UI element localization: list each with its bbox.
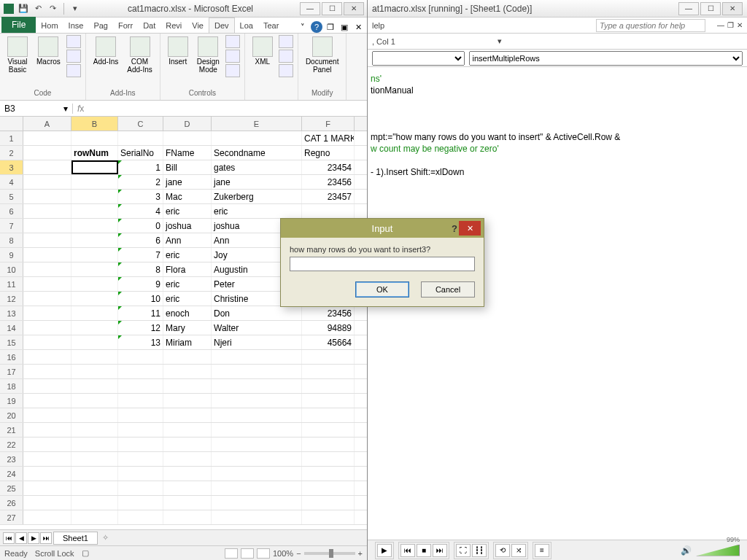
cell[interactable] (23, 335, 71, 349)
cell[interactable]: Njeri (212, 335, 302, 349)
tab-view[interactable]: Vie (187, 18, 209, 33)
col-header-F[interactable]: F (302, 117, 355, 131)
ok-button[interactable]: OK (355, 281, 409, 298)
cell[interactable]: 2 (118, 175, 163, 189)
cell[interactable] (163, 467, 212, 481)
cell[interactable] (71, 467, 118, 481)
visual-basic-button[interactable]: Visual Basic (4, 35, 31, 75)
cell[interactable]: 45664 (302, 335, 355, 349)
row-header[interactable]: 16 (0, 350, 23, 364)
zoom-slider[interactable] (304, 552, 355, 555)
vba-close-button[interactable]: ✕ (722, 2, 743, 15)
status-macro-icon[interactable]: ▢ (82, 548, 89, 558)
row-header[interactable]: 15 (0, 335, 23, 349)
cell[interactable] (302, 438, 355, 451)
xml-source-icon[interactable] (279, 35, 293, 48)
repeat-icon[interactable]: ⟲ (495, 544, 510, 557)
minimize-button[interactable]: — (300, 2, 320, 15)
cell[interactable] (23, 190, 71, 203)
cell[interactable] (118, 131, 163, 145)
cell[interactable] (163, 131, 212, 145)
cell[interactable]: 10 (118, 292, 163, 306)
xml-expansion-icon[interactable] (279, 50, 293, 63)
cell[interactable]: gates (212, 160, 302, 174)
cell[interactable]: joshua (163, 219, 212, 233)
cell[interactable] (23, 438, 71, 451)
cell[interactable] (71, 248, 118, 262)
stop-icon[interactable]: ■ (417, 544, 431, 557)
cell[interactable] (71, 219, 118, 233)
row-header[interactable]: 3 (0, 160, 23, 174)
cell[interactable] (23, 394, 71, 408)
cell[interactable]: Walter (212, 321, 302, 335)
cell[interactable]: Secondname (212, 146, 302, 160)
row-header[interactable]: 2 (0, 146, 23, 160)
cell[interactable] (302, 467, 355, 481)
cell[interactable]: 11 (118, 306, 163, 320)
cancel-button[interactable]: Cancel (421, 281, 475, 298)
cell[interactable] (71, 190, 118, 203)
run-dialog-icon[interactable] (225, 64, 240, 77)
cell[interactable]: 6 (118, 233, 163, 247)
tab-formulas[interactable]: Forr (113, 18, 138, 33)
design-mode-button[interactable]: Design Mode (194, 35, 222, 75)
row-header[interactable]: 19 (0, 394, 23, 408)
cell[interactable] (23, 248, 71, 262)
vba-menu-help[interactable]: lelp (372, 21, 384, 30)
cell[interactable]: jane (163, 175, 212, 189)
row-header[interactable]: 27 (0, 510, 23, 524)
window-close-icon[interactable]: ✕ (352, 21, 364, 33)
cell[interactable] (302, 510, 355, 524)
cell[interactable] (163, 510, 212, 524)
row-header[interactable]: 17 (0, 365, 23, 378)
row-header[interactable]: 20 (0, 408, 23, 422)
cell[interactable] (212, 408, 302, 422)
cell[interactable] (118, 394, 163, 408)
cell[interactable] (302, 496, 355, 510)
cell[interactable] (163, 379, 212, 393)
skip-fwd-icon[interactable]: ⏭ (433, 544, 447, 557)
dialog-titlebar[interactable]: Input ? ✕ (281, 219, 484, 238)
row-header[interactable]: 10 (0, 262, 23, 276)
cell[interactable]: Flora (163, 262, 212, 276)
cell[interactable]: 1 (118, 160, 163, 174)
cell[interactable]: 8 (118, 262, 163, 276)
dialog-input[interactable] (290, 257, 475, 271)
cell[interactable] (71, 510, 118, 524)
cell[interactable] (212, 131, 302, 145)
cell[interactable]: eric (163, 292, 212, 306)
properties-icon[interactable] (225, 35, 240, 48)
cell[interactable] (71, 262, 118, 276)
row-header[interactable]: 18 (0, 379, 23, 393)
row-header[interactable]: 24 (0, 467, 23, 481)
cell[interactable] (163, 394, 212, 408)
cell[interactable]: CAT 1 MARKS (302, 131, 355, 145)
zoom-in-icon[interactable]: + (358, 549, 363, 558)
cell[interactable]: Mac (163, 190, 212, 203)
cell[interactable] (71, 496, 118, 510)
cell[interactable] (23, 481, 71, 495)
cell[interactable] (212, 496, 302, 510)
cell[interactable] (71, 131, 118, 145)
row-header[interactable]: 8 (0, 233, 23, 247)
cell[interactable] (23, 467, 71, 481)
dialog-close-button[interactable]: ✕ (459, 221, 481, 236)
sheet-tab-sheet1[interactable]: Sheet1 (53, 532, 98, 545)
cell[interactable] (71, 160, 118, 174)
row-header[interactable]: 14 (0, 321, 23, 335)
row-header[interactable]: 26 (0, 496, 23, 510)
col-header-B[interactable]: B (71, 117, 118, 131)
vba-object-select[interactable] (372, 51, 465, 66)
cell[interactable] (71, 350, 118, 364)
cell[interactable] (71, 292, 118, 306)
cell[interactable] (302, 423, 355, 437)
cell[interactable] (71, 394, 118, 408)
cell[interactable] (212, 394, 302, 408)
cell[interactable] (23, 350, 71, 364)
cell[interactable] (163, 365, 212, 378)
cell[interactable]: 23454 (302, 160, 355, 174)
tab-review[interactable]: Revi (160, 18, 187, 33)
cell[interactable]: Zukerberg (212, 190, 302, 203)
cell[interactable] (212, 365, 302, 378)
cell[interactable] (71, 306, 118, 320)
